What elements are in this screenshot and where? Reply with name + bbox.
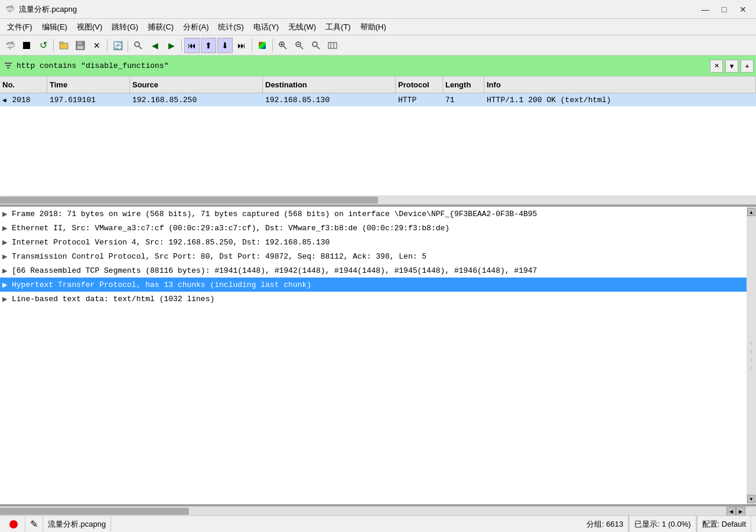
expand-arrow-ip: ▶ <box>2 239 12 246</box>
detail-row-ethernet[interactable]: ▶ Ethernet II, Src: VMware_a3:c7:cf (00:… <box>0 221 747 235</box>
col-header-destination[interactable]: Destination <box>263 77 396 93</box>
svg-rect-19 <box>5 63 12 64</box>
h-scrollbar[interactable] <box>0 195 756 205</box>
close-file-button[interactable]: ✕ <box>89 38 105 53</box>
col-header-no[interactable]: No. <box>0 77 47 93</box>
bottom-scroll-thumb[interactable] <box>0 508 189 515</box>
restart-capture-button[interactable]: ↺ <box>35 38 51 53</box>
scroll-down-button[interactable]: ▼ <box>747 495 755 503</box>
detail-row-line-based[interactable]: ▶ Line-based text data: text/html (1032 … <box>0 292 747 306</box>
menu-item-s[interactable]: 统计(S) <box>213 20 248 34</box>
packet-list-container: No. Time Source Destination Protocol Len… <box>0 77 756 207</box>
zoom-in-icon <box>278 41 288 50</box>
col-header-length[interactable]: Length <box>443 77 484 93</box>
maximize-button[interactable]: □ <box>716 3 732 16</box>
scroll-right-button[interactable]: ▶ <box>736 507 745 515</box>
col-header-protocol[interactable]: Protocol <box>396 77 443 93</box>
scroll-markers: ○ ○ ○ ○ <box>750 339 752 372</box>
svg-line-12 <box>301 46 304 49</box>
packet-cell-source: 192.168.85.250 <box>130 96 263 105</box>
empty-packet-area <box>0 106 756 195</box>
detail-text-ip: Internet Protocol Version 4, Src: 192.16… <box>12 238 330 247</box>
packet-row[interactable]: ◀ 2018 197.619101 192.168.85.250 192.168… <box>0 93 756 106</box>
status-displayed: 已显示: 1 (0.0%) <box>630 516 696 532</box>
svg-line-15 <box>317 46 320 49</box>
find-button[interactable] <box>131 38 146 53</box>
menu-item-a[interactable]: 分析(A) <box>178 20 213 34</box>
normal-size-icon <box>311 41 321 50</box>
scroll-up-button[interactable]: ▲ <box>747 208 755 216</box>
start-capture-button[interactable]: 🦈 <box>2 38 18 53</box>
zoom-in-button[interactable] <box>275 38 291 53</box>
svg-point-14 <box>312 42 317 47</box>
menu-item-w[interactable]: 无线(W) <box>284 20 321 34</box>
go-prev-button[interactable]: ⬆ <box>201 38 216 53</box>
toolbar-sep-2 <box>107 39 107 52</box>
resize-columns-button[interactable] <box>325 38 340 53</box>
close-button[interactable]: ✕ <box>735 3 751 16</box>
stop-capture-button[interactable] <box>19 38 34 53</box>
go-first-button[interactable]: ⏮ <box>184 38 200 53</box>
normal-size-button[interactable] <box>308 38 324 53</box>
filter-clear-button[interactable]: ✕ <box>710 60 723 73</box>
col-header-time[interactable]: Time <box>47 77 130 93</box>
col-header-info[interactable]: Info <box>484 77 756 93</box>
reload-button[interactable]: 🔄 <box>110 38 125 53</box>
forward-button[interactable]: ▶ <box>164 38 179 53</box>
colorize-button[interactable] <box>255 38 270 53</box>
detail-row-frame[interactable]: ▶ Frame 2018: 71 bytes on wire (568 bits… <box>0 207 747 221</box>
menu-item-e[interactable]: 编辑(E) <box>37 20 72 34</box>
scroll-left-button[interactable]: ◀ <box>726 507 736 515</box>
detail-text-ethernet: Ethernet II, Src: VMware_a3:c7:cf (00:0c… <box>12 224 449 233</box>
col-header-source[interactable]: Source <box>130 77 263 93</box>
menu-item-f[interactable]: 文件(F) <box>2 20 37 34</box>
detail-text-http: Hypertext Transfer Protocol, has 13 chun… <box>12 280 311 289</box>
right-scrollbar[interactable]: ▲ ○ ○ ○ ○ ▼ <box>747 207 756 504</box>
search-icon <box>133 41 143 50</box>
expand-arrow-tcp-segments: ▶ <box>2 267 12 275</box>
toolbar: 🦈 ↺ ✕ 🔄 ◀ ▶ ⏮ ⬆ ⬇ ⏭ <box>0 35 756 56</box>
status-record-indicator <box>5 516 25 532</box>
packet-list-header: No. Time Source Destination Protocol Len… <box>0 77 756 93</box>
packet-cell-length: 71 <box>443 96 484 105</box>
filter-icon <box>2 60 14 72</box>
minimize-button[interactable]: — <box>697 3 713 16</box>
bottom-scrollbar[interactable]: ◀ ▶ <box>0 506 756 515</box>
detail-row-tcp-segments[interactable]: ▶ [66 Reassembled TCP Segments (88116 by… <box>0 263 747 278</box>
open-icon <box>59 41 69 50</box>
go-last-button[interactable]: ⏭ <box>234 38 249 53</box>
zoom-out-button[interactable] <box>292 38 307 53</box>
menu-item-y[interactable]: 电话(Y) <box>249 20 284 34</box>
toolbar-sep-4 <box>181 39 182 52</box>
window-controls: — □ ✕ <box>697 3 751 16</box>
menu-item-h[interactable]: 帮助(H) <box>356 20 391 34</box>
h-scroll-thumb[interactable] <box>0 197 378 204</box>
menu-item-v[interactable]: 视图(V) <box>72 20 107 34</box>
status-edit-indicator: ✎ <box>25 516 43 532</box>
filter-expand-button[interactable]: ▼ <box>725 60 738 73</box>
packet-detail-pane: ▶ Frame 2018: 71 bytes on wire (568 bits… <box>0 207 756 506</box>
toolbar-sep-3 <box>128 39 128 52</box>
title-bar: 🦈 流量分析.pcapng — □ ✕ <box>0 0 756 19</box>
svg-rect-1 <box>60 42 63 44</box>
save-file-button[interactable] <box>73 38 88 53</box>
menu-item-t[interactable]: 工具(T) <box>321 20 356 34</box>
detail-rows: ▶ Frame 2018: 71 bytes on wire (568 bits… <box>0 207 747 504</box>
detail-container: ▶ Frame 2018: 71 bytes on wire (568 bits… <box>0 207 756 504</box>
detail-row-tcp[interactable]: ▶ Transmission Control Protocol, Src Por… <box>0 249 747 263</box>
open-file-button[interactable] <box>56 38 71 53</box>
status-bar: ✎ 流量分析.pcapng 分组: 6613 已显示: 1 (0.0%) 配置:… <box>0 515 756 532</box>
filter-input[interactable] <box>17 58 708 74</box>
go-next-button[interactable]: ⬇ <box>217 38 233 53</box>
expand-arrow-http: ▶ <box>2 281 12 289</box>
packet-cell-time: 197.619101 <box>47 96 130 105</box>
back-button[interactable]: ◀ <box>147 38 162 53</box>
detail-row-ip[interactable]: ▶ Internet Protocol Version 4, Src: 192.… <box>0 235 747 249</box>
menu-bar: 文件(F)编辑(E)视图(V)跳转(G)捕获(C)分析(A)统计(S)电话(Y)… <box>0 19 756 35</box>
menu-item-g[interactable]: 跳转(G) <box>107 20 143 34</box>
filter-add-button[interactable]: + <box>741 60 754 73</box>
menu-item-c[interactable]: 捕获(C) <box>143 20 178 34</box>
status-groups: 分组: 6613 <box>582 516 628 532</box>
detail-row-http[interactable]: ▶ Hypertext Transfer Protocol, has 13 ch… <box>0 278 747 292</box>
svg-rect-21 <box>7 67 9 68</box>
